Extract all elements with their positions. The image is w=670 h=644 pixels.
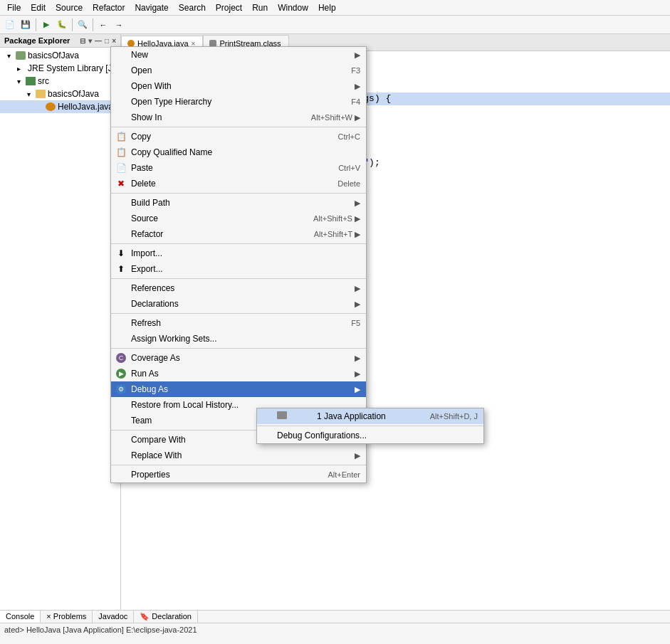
import-icon: ⬇ (115, 248, 127, 259)
coverage-icon: C (115, 352, 127, 364)
menu-run-as-label: Run As (131, 369, 159, 379)
menu-debug-as[interactable]: ⚙ Debug As ▶ (111, 381, 366, 397)
close-icon[interactable]: × (112, 37, 116, 45)
sep6 (111, 348, 366, 349)
submenu-debug-configs[interactable]: Debug Configurations... (257, 428, 483, 443)
menu-references[interactable]: References ▶ (111, 280, 366, 296)
menu-restore-history-label: Restore from Local History... (131, 400, 239, 410)
project-label: basicsOfJava (28, 51, 79, 60)
menu-open-type-hierarchy[interactable]: Open Type Hierarchy F4 (111, 94, 366, 110)
toolbar: 📄 💾 ▶ 🐛 🔍 ← → (0, 16, 670, 34)
menu-show-in-shortcut: Alt+Shift+W ▶ (311, 113, 360, 122)
menu-run-as[interactable]: ▶ Run As ▶ (111, 366, 366, 381)
menu-refresh-shortcut: F5 (351, 319, 360, 327)
menu-build-path-label: Build Path (131, 198, 170, 208)
jre-label: JRE System Library [JavaSE-17] (28, 63, 120, 73)
toolbar-debug[interactable]: 🐛 (55, 18, 69, 32)
sep4 (111, 278, 366, 279)
menu-edit[interactable]: Edit (26, 1, 50, 14)
minimize-icon[interactable]: — (95, 37, 102, 45)
sep2 (111, 193, 366, 194)
menu-export-label: Export... (131, 264, 163, 274)
bottom-tab-console[interactable]: Console (0, 611, 41, 623)
menu-coverage-as[interactable]: C Coverage As ▶ (111, 350, 366, 366)
menu-refactor[interactable]: Refactor (88, 1, 129, 14)
menu-properties-label: Properties (131, 470, 170, 480)
menu-search[interactable]: Search (174, 1, 210, 14)
toolbar-back[interactable]: ← (96, 18, 110, 32)
submenu-java-app[interactable]: 1 Java Application Alt+Shift+D, J (257, 408, 483, 424)
menu-export[interactable]: ⬆ Export... (111, 261, 366, 277)
menu-paste[interactable]: 📄 Paste Ctrl+V (111, 160, 366, 176)
menu-file[interactable]: File (3, 1, 25, 14)
menu-declarations[interactable]: Declarations ▶ (111, 296, 366, 312)
package-explorer-title: Package Explorer (4, 36, 70, 45)
menu-refresh[interactable]: Refresh F5 (111, 315, 366, 331)
menu-coverage-as-label: Coverage As (131, 353, 180, 363)
bottom-tab-declaration[interactable]: 🔖 Declaration (134, 611, 198, 623)
debug-as-icon: ⚙ (115, 384, 127, 395)
toolbar-run[interactable]: ▶ (39, 18, 53, 32)
package-icon (36, 90, 46, 98)
menu-copy[interactable]: 📋 Copy Ctrl+C (111, 129, 366, 144)
sep3 (111, 243, 366, 244)
bottom-tab-javadoc[interactable]: Javadoc (93, 611, 134, 623)
menu-run[interactable]: Run (248, 1, 272, 14)
toolbar-new[interactable]: 📄 (3, 18, 17, 32)
java-app-icon-shape (277, 411, 287, 419)
tree-item-file[interactable]: HelloJava.java (0, 100, 120, 113)
menu-show-in[interactable]: Show In Alt+Shift+W ▶ (111, 110, 366, 125)
menu-source-label: Source (131, 213, 158, 223)
collapse-icon[interactable]: ⊟ (80, 37, 85, 45)
tree-view: ▾ basicsOfJava ▸ JRE System Library [Jav… (0, 48, 120, 610)
menu-build-path[interactable]: Build Path ▶ (111, 195, 366, 211)
delete-icon: ✖ (115, 178, 127, 189)
run-as-icon: ▶ (115, 368, 127, 379)
menu-replace-with[interactable]: Replace With ▶ (111, 448, 366, 463)
menu-properties[interactable]: Properties Alt+Enter (111, 467, 366, 482)
src-icon (26, 77, 36, 85)
java-app-icon (277, 411, 287, 421)
sep8 (111, 465, 366, 465)
menu-import[interactable]: ⬇ Import... (111, 246, 366, 261)
menu-open-with[interactable]: Open With ▶ (111, 78, 366, 94)
menu-open-with-label: Open With (131, 81, 172, 91)
class-tab-icon (209, 40, 216, 47)
menu-new[interactable]: New ▶ (111, 47, 366, 63)
menu-assign-working-sets[interactable]: Assign Working Sets... (111, 331, 366, 347)
menu-copy-label: Copy (131, 132, 151, 142)
menu-refresh-label: Refresh (131, 318, 161, 328)
package-explorer: Package Explorer ⊟ ▾ — □ × ▾ basicsOfJav… (0, 34, 121, 610)
menu-open-label: Open (131, 65, 152, 75)
menu-refactor-label: Refactor (131, 229, 163, 239)
bottom-tab-problems[interactable]: × Problems (41, 611, 93, 623)
menu-delete[interactable]: ✖ Delete Delete (111, 176, 366, 191)
menu-copy-qualified[interactable]: 📋 Copy Qualified Name (111, 144, 366, 160)
menu-help[interactable]: Help (314, 1, 340, 14)
menu-open[interactable]: Open F3 (111, 63, 366, 78)
menu-refactor[interactable]: Refactor Alt+Shift+T ▶ (111, 226, 366, 242)
toolbar-save[interactable]: 💾 (19, 18, 33, 32)
tree-item-jre[interactable]: ▸ JRE System Library [JavaSE-17] (0, 62, 120, 75)
coverage-icon-shape: C (116, 353, 126, 363)
maximize-icon[interactable]: □ (105, 37, 109, 45)
menu-source[interactable]: Source Alt+Shift+S ▶ (111, 211, 366, 226)
tree-item-src[interactable]: ▾ src (0, 75, 120, 88)
menubar: File Edit Source Refactor Navigate Searc… (0, 0, 670, 16)
tree-item-package[interactable]: ▾ basicsOfJava (0, 88, 120, 100)
toolbar-forward[interactable]: → (112, 18, 126, 32)
menu-copy-qualified-label: Copy Qualified Name (131, 147, 212, 157)
menu-paste-shortcut: Ctrl+V (338, 164, 360, 172)
menu-project[interactable]: Project (211, 1, 246, 14)
toolbar-search[interactable]: 🔍 (75, 18, 90, 32)
menu-source-shortcut: Alt+Shift+S ▶ (313, 214, 360, 223)
tree-item-project[interactable]: ▾ basicsOfJava (0, 49, 120, 62)
menu-source[interactable]: Source (51, 1, 87, 14)
expand-icon2: ▾ (13, 75, 24, 87)
toolbar-sep2 (72, 19, 73, 31)
menu-navigate[interactable]: Navigate (130, 1, 172, 14)
menu-icon[interactable]: ▾ (88, 37, 92, 45)
menu-open-shortcut: F3 (351, 66, 360, 75)
menu-window[interactable]: Window (273, 1, 313, 14)
menu-delete-label: Delete (131, 179, 156, 189)
